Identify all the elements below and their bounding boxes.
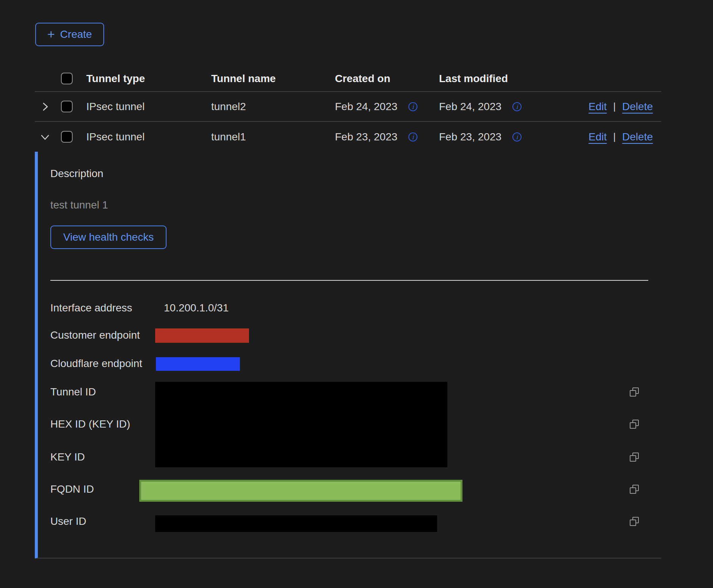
edit-link[interactable]: Edit [588,131,607,143]
copy-tunnel-id-button[interactable] [627,385,641,399]
chevron-right-icon [39,101,51,112]
tunnel-type-cell: IPsec tunnel [86,131,211,143]
table-row-tunnel1: IPsec tunnel tunnel1 Feb 23, 2023 i Feb … [35,122,661,152]
copy-hex-id-button[interactable] [627,417,641,431]
select-all-checkbox[interactable] [61,73,73,84]
created-on-value: Feb 23, 2023 [335,131,397,143]
edit-link[interactable]: Edit [588,101,607,113]
actions-separator: | [613,131,616,143]
expand-row-button[interactable] [39,101,51,112]
copy-icon [629,516,640,527]
hex-id-label: HEX ID (KEY ID) [50,417,130,431]
svg-text:i: i [516,133,518,141]
info-icon[interactable]: i [512,102,522,112]
info-icon[interactable]: i [408,102,418,112]
detail-fields: Interface address Customer endpoint Clou… [50,281,661,558]
column-header-last-modified: Last modified [439,73,556,85]
redacted-customer-endpoint [155,328,249,343]
svg-text:i: i [412,133,414,141]
delete-link[interactable]: Delete [622,101,653,113]
last-modified-value: Feb 24, 2023 [439,101,501,113]
table-header-row: Tunnel type Tunnel name Created on Last … [35,66,661,92]
customer-endpoint-label: Customer endpoint [50,328,140,342]
redacted-user-id [155,515,437,532]
tunnels-table: Tunnel type Tunnel name Created on Last … [35,66,661,558]
info-icon[interactable]: i [408,132,418,142]
svg-text:i: i [412,103,414,110]
copy-icon [629,419,640,429]
copy-key-id-button[interactable] [627,450,641,464]
row-checkbox[interactable] [61,101,73,112]
tunnels-page: + Create Tunnel type Tunnel name Created… [35,0,661,558]
tunnel-type-cell: IPsec tunnel [86,101,211,113]
description-label: Description [50,167,661,180]
expanded-row-details: Description test tunnel 1 View health ch… [35,152,661,558]
actions-separator: | [613,101,616,112]
tunnel-name-cell: tunnel1 [211,131,335,143]
tunnel-name-cell: tunnel2 [211,101,335,113]
user-id-label: User ID [50,515,86,528]
view-health-checks-button[interactable]: View health checks [50,226,167,249]
row-checkbox[interactable] [61,131,73,143]
chevron-down-icon [39,131,51,143]
cloudflare-endpoint-label: Cloudflare endpoint [50,357,142,370]
redacted-ids-block [155,382,447,467]
interface-address-label: Interface address [50,301,132,315]
fqdn-id-label: FQDN ID [50,482,94,496]
copy-icon [629,452,640,462]
table-row-tunnel2: IPsec tunnel tunnel2 Feb 24, 2023 i Feb … [35,92,661,122]
last-modified-value: Feb 23, 2023 [439,131,501,143]
svg-text:i: i [516,103,518,110]
tunnel-id-label: Tunnel ID [50,385,96,399]
copy-icon [629,484,640,495]
description-value: test tunnel 1 [50,198,661,212]
created-on-value: Feb 24, 2023 [335,101,397,113]
copy-user-id-button[interactable] [627,515,641,528]
column-header-tunnel-type: Tunnel type [86,73,211,85]
delete-link[interactable]: Delete [622,131,653,143]
key-id-label: KEY ID [50,450,85,464]
interface-address-value: 10.200.1.0/31 [164,301,229,315]
redacted-fqdn-id [139,480,462,502]
create-button[interactable]: + Create [35,23,104,46]
redacted-cloudflare-endpoint [156,357,240,371]
column-header-created-on: Created on [335,73,439,85]
plus-icon: + [47,28,55,40]
create-button-label: Create [60,28,92,40]
copy-fqdn-id-button[interactable] [627,482,641,496]
copy-icon [629,387,640,397]
info-icon[interactable]: i [512,132,522,142]
column-header-tunnel-name: Tunnel name [211,73,335,85]
collapse-row-button[interactable] [39,131,51,143]
